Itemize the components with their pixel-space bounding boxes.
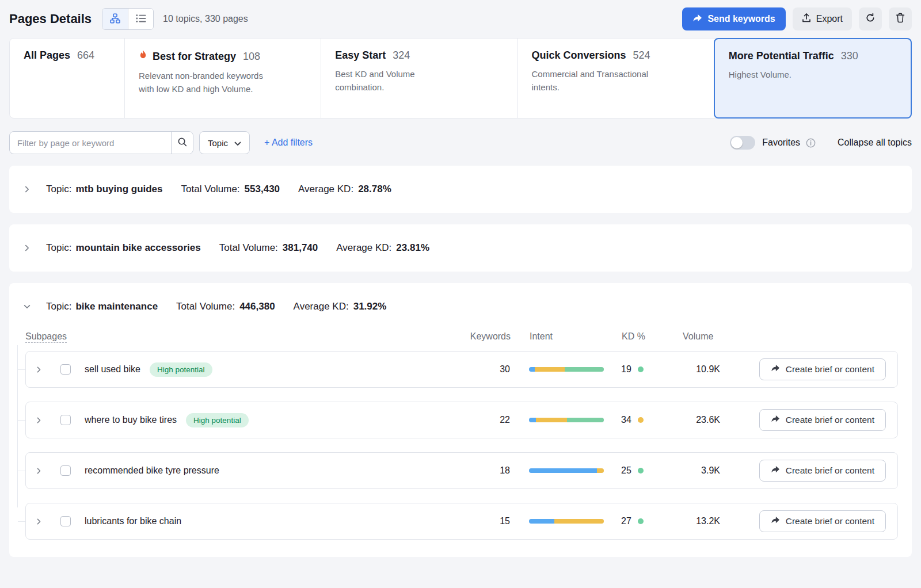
topic-dropdown-label: Topic: [208, 138, 228, 148]
topic-prefix: Topic:: [46, 184, 71, 195]
chevron-right-icon[interactable]: [35, 366, 56, 373]
kd-dot: [638, 417, 644, 423]
row-checkbox[interactable]: [60, 516, 71, 526]
tab-description: Relevant non-branded keywords with low K…: [139, 69, 276, 96]
total-volume-label: Total Volume:: [181, 184, 240, 195]
tab-description: Highest Volume.: [729, 68, 873, 81]
high-potential-badge: High potential: [150, 362, 212, 377]
forward-arrow-icon: [771, 516, 780, 526]
topic-card-mtb-buying-guides: Topic: mtb buying guides Total Volume: 5…: [9, 166, 912, 213]
search-button[interactable]: [171, 132, 193, 154]
topic-card-bike-maintenance: Topic: bike maintenance Total Volume: 44…: [9, 283, 912, 557]
page-title: Pages Details: [9, 12, 92, 26]
flame-icon: [139, 49, 147, 63]
average-kd-value: 23.81%: [396, 242, 429, 254]
keywords-count: 22: [458, 415, 510, 425]
collapse-all-topics[interactable]: Collapse all topics: [838, 138, 912, 148]
intent-bar: [529, 367, 604, 372]
topic-row-mtb-buying-guides[interactable]: Topic: mtb buying guides Total Volume: 5…: [9, 166, 912, 213]
column-volume: Volume: [679, 331, 721, 342]
subpage-row-sell-used-bike: sell used bike High potential 30 19 10.9…: [25, 351, 898, 388]
topic-name: mtb buying guides: [75, 184, 162, 195]
topic-row-bike-maintenance[interactable]: Topic: bike maintenance Total Volume: 44…: [9, 283, 912, 330]
average-kd-value: 28.78%: [358, 184, 391, 195]
trash-icon: [896, 13, 905, 25]
chevron-down-icon: [234, 138, 241, 148]
create-brief-button[interactable]: Create brief or content: [759, 460, 886, 482]
forward-arrow-icon: [771, 465, 780, 476]
tab-quick-conversions[interactable]: Quick Conversions 524 Commercial and Tra…: [518, 39, 714, 118]
chevron-right-icon: [23, 244, 31, 252]
create-brief-label: Create brief or content: [786, 415, 874, 425]
tab-best-for-strategy[interactable]: Best for Strategy 108 Relevant non-brand…: [125, 39, 321, 118]
subpage-row-lubricants-for-bike-chain: lubricants for bike chain 15 27 13.2K Cr…: [25, 503, 898, 540]
kd-value: 27: [621, 516, 631, 526]
chevron-down-icon: [23, 303, 31, 311]
tab-label: More Potential Traffic: [729, 50, 834, 62]
row-checkbox[interactable]: [60, 415, 71, 425]
pages-details-screen: Pages Details: [0, 0, 921, 557]
kd-value: 34: [621, 415, 631, 425]
create-brief-label: Create brief or content: [786, 516, 874, 526]
send-keywords-button[interactable]: Send keywords: [682, 7, 785, 30]
list-view-button[interactable]: [128, 9, 153, 29]
tree-view-icon: [110, 13, 120, 25]
add-filters-link[interactable]: + Add filters: [264, 138, 313, 148]
column-subpages: Subpages: [25, 331, 459, 342]
subpages-rows: sell used bike High potential 30 19 10.9…: [9, 351, 912, 540]
forward-arrow-icon: [692, 14, 702, 25]
kd-cell: 27: [604, 516, 679, 526]
create-brief-button[interactable]: Create brief or content: [759, 409, 886, 431]
tab-all-pages[interactable]: All Pages 664: [10, 39, 125, 118]
export-label: Export: [816, 14, 843, 24]
subpage-name: recommended bike tyre pressure: [85, 465, 219, 476]
subpage-row-recommended-bike-tyre-pressure: recommended bike tyre pressure 18 25 3.9…: [25, 452, 898, 489]
kd-value: 19: [621, 364, 631, 375]
volume-value: 10.9K: [679, 364, 720, 375]
kd-value: 25: [621, 465, 631, 476]
chevron-right-icon[interactable]: [35, 417, 56, 424]
create-brief-label: Create brief or content: [786, 364, 874, 375]
create-brief-button[interactable]: Create brief or content: [759, 510, 886, 532]
toggle-knob: [731, 137, 743, 148]
topic-name: mountain bike accessories: [75, 242, 200, 254]
row-checkbox[interactable]: [60, 364, 71, 375]
export-icon: [802, 13, 811, 25]
page-filter-tabs: All Pages 664 Best for Strategy 108 Rele…: [9, 38, 912, 119]
tab-more-potential-traffic[interactable]: More Potential Traffic 330 Highest Volum…: [714, 38, 912, 119]
tab-label: Quick Conversions: [532, 49, 626, 62]
average-kd-label: Average KD:: [298, 184, 353, 195]
topic-card-mountain-bike-accessories: Topic: mountain bike accessories Total V…: [9, 224, 912, 272]
total-volume-label: Total Volume:: [176, 301, 235, 312]
tree-view-button[interactable]: [102, 9, 128, 29]
kd-cell: 25: [604, 465, 679, 476]
chevron-right-icon[interactable]: [35, 467, 56, 475]
topics-pages-summary: 10 topics, 330 pages: [163, 14, 248, 24]
delete-button[interactable]: [889, 7, 912, 30]
refresh-icon: [865, 13, 876, 25]
topic-row-mountain-bike-accessories[interactable]: Topic: mountain bike accessories Total V…: [9, 224, 912, 272]
chevron-right-icon[interactable]: [35, 518, 56, 525]
column-keywords: Keywords: [459, 331, 511, 342]
average-kd-label: Average KD:: [336, 242, 391, 254]
high-potential-badge: High potential: [186, 413, 249, 427]
total-volume-label: Total Volume:: [219, 242, 278, 254]
kd-dot: [638, 468, 644, 474]
kd-dot: [638, 518, 644, 524]
list-view-icon: [136, 14, 146, 25]
search-box: [9, 131, 193, 154]
send-keywords-label: Send keywords: [707, 14, 775, 24]
top-bar-actions: Send keywords Export: [682, 7, 912, 30]
total-volume-value: 553,430: [245, 184, 280, 195]
favorites-toggle[interactable]: [730, 136, 755, 150]
search-input[interactable]: [10, 132, 171, 154]
topic-filter-dropdown[interactable]: Topic: [199, 131, 250, 154]
tab-count: 108: [243, 51, 260, 63]
create-brief-button[interactable]: Create brief or content: [759, 358, 886, 380]
keywords-count: 30: [458, 364, 510, 375]
tab-easy-start[interactable]: Easy Start 324 Best KD and Volume combin…: [321, 39, 517, 118]
row-checkbox[interactable]: [60, 465, 71, 476]
info-icon[interactable]: [806, 138, 816, 148]
refresh-button[interactable]: [859, 7, 882, 30]
export-button[interactable]: Export: [793, 7, 852, 30]
